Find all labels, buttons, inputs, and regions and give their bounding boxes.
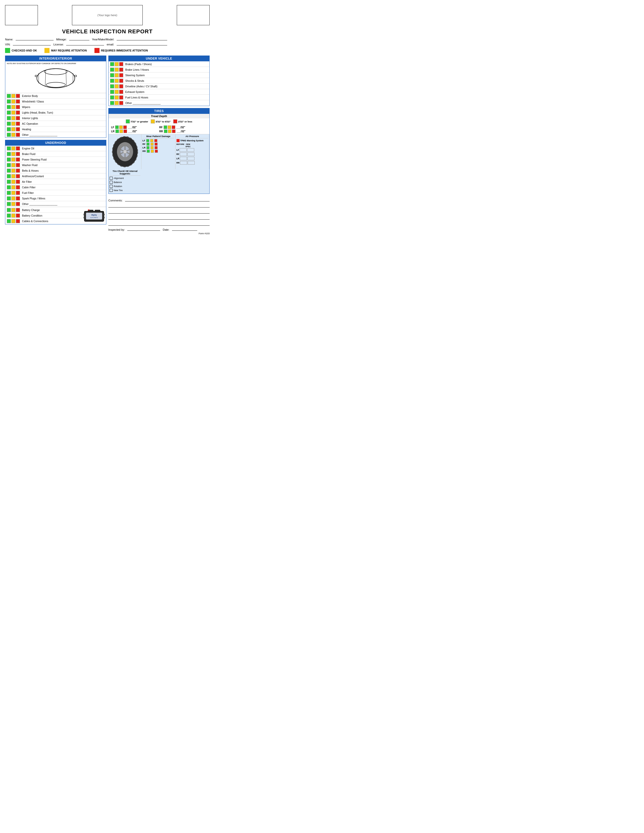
- cb-red-other-underhood[interactable]: [16, 202, 20, 206]
- cb-green-washer-fluid[interactable]: [7, 163, 11, 167]
- checkbox-rotation[interactable]: [109, 185, 113, 188]
- cb-yellow-engine-oil[interactable]: [11, 146, 15, 150]
- cb-red-battery-charge[interactable]: [16, 208, 20, 212]
- cb-red-air-filter[interactable]: [16, 180, 20, 184]
- cb-yellow-other-int[interactable]: [11, 133, 15, 137]
- cb-red-heating[interactable]: [16, 127, 20, 131]
- cb-green-steering[interactable]: [110, 73, 114, 77]
- cb-yellow-wipers[interactable]: [11, 105, 15, 109]
- cb-yellow-other-underhood[interactable]: [11, 202, 15, 206]
- lr-green[interactable]: [116, 130, 119, 133]
- cb-green-interior-lights[interactable]: [7, 116, 11, 120]
- cb-yellow-exhaust[interactable]: [115, 90, 119, 94]
- wear-rf-green[interactable]: [147, 143, 150, 146]
- comment-line-3[interactable]: [108, 215, 209, 220]
- cb-green-driveline[interactable]: [110, 84, 114, 88]
- cb-yellow-washer-fluid[interactable]: [11, 163, 15, 167]
- cb-yellow-other-uv[interactable]: [115, 101, 119, 105]
- name-field[interactable]: [16, 37, 53, 40]
- cb-red-wipers[interactable]: [16, 105, 20, 109]
- cb-green-heating[interactable]: [7, 127, 11, 131]
- checkbox-new-tire[interactable]: [109, 189, 113, 192]
- checkbox-balance[interactable]: [109, 181, 113, 184]
- cb-red-antifreeze[interactable]: [16, 174, 20, 178]
- cb-green-power-steering[interactable]: [7, 158, 11, 162]
- lf-yellow[interactable]: [119, 125, 123, 129]
- cb-green-wipers[interactable]: [7, 105, 11, 109]
- wear-lr-green[interactable]: [147, 146, 150, 149]
- year-make-model-field[interactable]: [117, 37, 167, 40]
- cb-red-battery-condition[interactable]: [16, 214, 20, 217]
- rf-yellow[interactable]: [168, 125, 171, 129]
- cb-red-shocks[interactable]: [119, 79, 123, 83]
- cb-green-other-uv[interactable]: [110, 101, 114, 105]
- cb-green-windshield[interactable]: [7, 100, 11, 103]
- cb-red-fuel-lines[interactable]: [119, 95, 123, 100]
- cb-red-lights[interactable]: [16, 111, 20, 114]
- rr-green[interactable]: [164, 130, 167, 133]
- cb-red-exhaust[interactable]: [119, 90, 123, 94]
- air-rr-oem[interactable]: [188, 161, 195, 165]
- cb-red-fuel-filter[interactable]: [16, 191, 20, 195]
- lr-yellow[interactable]: [119, 130, 123, 133]
- air-lf-oem[interactable]: [187, 148, 194, 152]
- cb-yellow-antifreeze[interactable]: [11, 174, 15, 178]
- cb-yellow-power-steering[interactable]: [11, 158, 15, 162]
- checkbox-alignment[interactable]: [109, 177, 113, 180]
- cb-green-fuel-filter[interactable]: [7, 191, 11, 195]
- cb-yellow-spark-plugs[interactable]: [11, 196, 15, 200]
- air-lf-before[interactable]: [180, 148, 187, 152]
- mileage-field[interactable]: [69, 37, 89, 40]
- air-rf-oem[interactable]: [187, 153, 195, 156]
- cb-red-other-int[interactable]: [16, 133, 20, 137]
- rf-red[interactable]: [172, 125, 175, 129]
- cb-red-power-steering[interactable]: [16, 158, 20, 162]
- cb-green-exterior-body[interactable]: [7, 94, 11, 98]
- cb-green-battery-condition[interactable]: [7, 214, 11, 217]
- cb-yellow-fuel-filter[interactable]: [11, 191, 15, 195]
- cb-yellow-battery-charge[interactable]: [11, 208, 15, 212]
- wear-rf-yellow[interactable]: [151, 143, 153, 146]
- cb-yellow-brakes[interactable]: [115, 62, 119, 66]
- cb-green-shocks[interactable]: [110, 79, 114, 83]
- cb-yellow-brake-fluid[interactable]: [11, 152, 15, 156]
- comment-line-4[interactable]: [108, 221, 209, 226]
- lf-red[interactable]: [123, 125, 127, 129]
- email-field[interactable]: [117, 42, 167, 45]
- cb-yellow-heating[interactable]: [11, 127, 15, 131]
- cb-red-driveline[interactable]: [119, 84, 123, 88]
- comment-line-1[interactable]: [108, 203, 209, 207]
- cb-red-windshield[interactable]: [16, 100, 20, 103]
- cb-yellow-ac[interactable]: [11, 122, 15, 126]
- rr-red[interactable]: [172, 130, 175, 133]
- cb-red-cabin-filter[interactable]: [16, 185, 20, 189]
- cb-yellow-shocks[interactable]: [115, 79, 119, 83]
- wear-lf-green[interactable]: [146, 139, 149, 142]
- air-rr-before[interactable]: [180, 161, 187, 165]
- cb-green-cables[interactable]: [7, 219, 11, 223]
- comment-line-2[interactable]: [108, 209, 209, 214]
- cb-green-brake-fluid[interactable]: [7, 152, 11, 156]
- inspected-by-field[interactable]: [127, 227, 160, 231]
- cb-red-brake-lines[interactable]: [119, 68, 123, 72]
- lr-red[interactable]: [124, 130, 127, 133]
- wear-rr-yellow[interactable]: [151, 150, 154, 153]
- cb-yellow-exterior-body[interactable]: [11, 94, 15, 98]
- air-lr-oem[interactable]: [187, 157, 195, 160]
- vin-field[interactable]: [13, 42, 51, 45]
- cb-green-battery-charge[interactable]: [7, 208, 11, 212]
- cb-green-antifreeze[interactable]: [7, 174, 11, 178]
- air-lr-before[interactable]: [180, 157, 187, 160]
- wear-rf-red[interactable]: [155, 143, 158, 146]
- cb-red-ac[interactable]: [16, 122, 20, 126]
- cb-green-exhaust[interactable]: [110, 90, 114, 94]
- cb-red-brake-fluid[interactable]: [16, 152, 20, 156]
- comments-first-line[interactable]: [125, 198, 209, 201]
- cb-yellow-battery-condition[interactable]: [11, 214, 15, 217]
- rr-yellow[interactable]: [168, 130, 171, 133]
- cb-green-other-int[interactable]: [7, 133, 11, 137]
- cb-red-cables[interactable]: [16, 219, 20, 223]
- cb-yellow-air-filter[interactable]: [11, 180, 15, 184]
- cb-yellow-windshield[interactable]: [11, 100, 15, 103]
- cb-yellow-belts-hoses[interactable]: [11, 169, 15, 173]
